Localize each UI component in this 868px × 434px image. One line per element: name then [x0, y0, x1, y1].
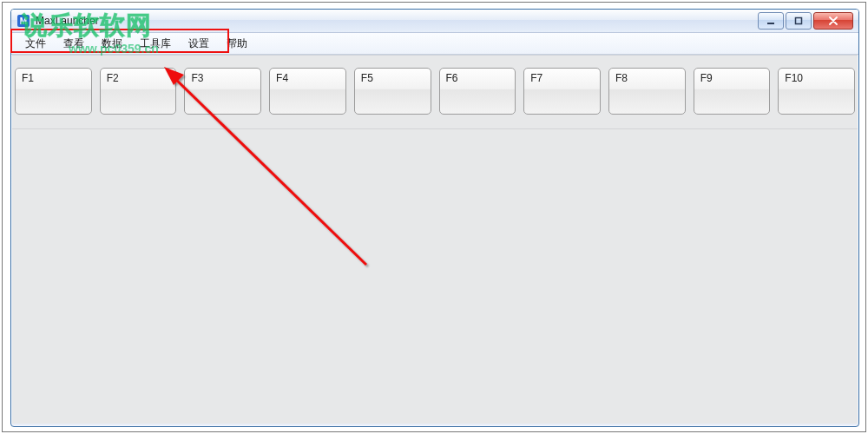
window-title: MaxLauncher	[36, 15, 99, 27]
svg-rect-2	[767, 23, 774, 24]
fkey-row: F1 F2 F3 F4 F5 F6 F7 F8 F9 F10	[12, 56, 858, 129]
menu-view[interactable]: 查看	[55, 34, 93, 54]
menu-settings[interactable]: 设置	[180, 34, 218, 54]
menu-data[interactable]: 数据	[93, 34, 131, 54]
fkey-f6[interactable]: F6	[439, 68, 516, 115]
fkey-f3[interactable]: F3	[184, 68, 261, 115]
fkey-f5[interactable]: F5	[354, 68, 431, 115]
fkey-f8[interactable]: F8	[608, 68, 686, 115]
fkey-f7[interactable]: F7	[523, 68, 601, 115]
fkey-f10[interactable]: F10	[778, 68, 855, 115]
close-button[interactable]	[813, 12, 853, 30]
fkey-f1[interactable]: F1	[15, 68, 92, 115]
app-window: M MaxLauncher 文件 查看 数据 工具库 设置	[10, 9, 859, 427]
fkey-f2[interactable]: F2	[100, 68, 177, 115]
maximize-button[interactable]	[786, 12, 812, 30]
minimize-button[interactable]	[758, 12, 784, 30]
empty-body-area	[12, 123, 858, 424]
window-controls	[758, 12, 855, 30]
client-area: F1 F2 F3 F4 F5 F6 F7 F8 F9 F10	[12, 55, 858, 424]
fkey-f9[interactable]: F9	[694, 68, 771, 115]
menu-help[interactable]: 帮助	[218, 34, 256, 54]
menu-file[interactable]: 文件	[16, 34, 55, 54]
svg-text:M: M	[20, 16, 27, 26]
menu-toolbox[interactable]: 工具库	[131, 34, 180, 54]
menu-bar: 文件 查看 数据 工具库 设置 帮助	[11, 33, 858, 55]
fkey-f4[interactable]: F4	[269, 68, 346, 115]
titlebar[interactable]: M MaxLauncher	[11, 10, 858, 33]
svg-rect-3	[796, 18, 802, 24]
screenshot-stage: M MaxLauncher 文件 查看 数据 工具库 设置	[0, 0, 868, 434]
app-icon: M	[16, 14, 30, 28]
